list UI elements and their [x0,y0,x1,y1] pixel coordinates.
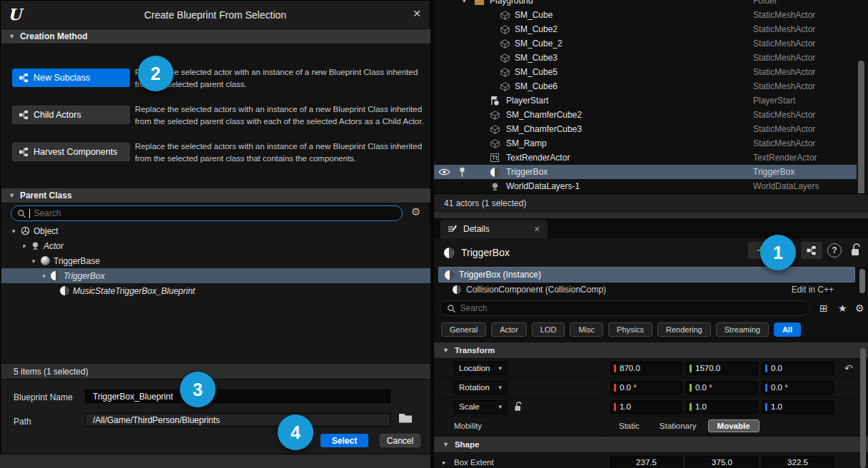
expander-icon[interactable]: ▾ [40,273,47,280]
mobility-stationary[interactable]: Stationary [651,420,705,432]
tree-item-actor[interactable]: ▾ Actor [1,238,430,253]
actor-name: WorldDataLayers-1 [506,181,580,191]
box-extent-z-field[interactable]: 322.5 [762,456,834,468]
filter-rendering[interactable]: Rendering [657,322,711,337]
outliner-row-smcube5[interactable]: SM_Cube5 StaticMeshActor [434,65,857,79]
outliner-row-smchamfercube2[interactable]: SM_ChamferCube2 StaticMeshActor [434,108,857,122]
help-button[interactable]: ? [827,243,842,258]
filter-misc[interactable]: Misc [570,322,603,337]
scale-dropdown[interactable]: Scale ▾ [454,400,507,414]
collision-component-icon [453,285,461,294]
parent-class-header[interactable]: ▼ Parent Class [1,188,430,203]
tree-item-musicstatetriggerbox[interactable]: MusicStateTriggerBox_Blueprint [1,283,430,298]
shape-section-header[interactable]: ▼ Shape [434,437,868,453]
new-subclass-button[interactable]: New Subclass [12,68,130,87]
tree-item-object[interactable]: ▾ Object [1,223,430,238]
location-dropdown[interactable]: Location ▾ [454,362,507,375]
blueprint-name-input[interactable]: TriggerBox_Blueprint [85,390,390,403]
filter-all[interactable]: All [774,322,801,337]
visibility-eye-icon[interactable] [438,168,450,176]
outliner-row-smchamfercube3[interactable]: SM_ChamferCube3 StaticMeshActor [434,122,857,136]
pin-icon[interactable] [458,167,466,178]
scale-y-field[interactable]: 1.0 [686,400,758,414]
creation-method-header[interactable]: ▼ Creation Method [1,29,430,44]
details-scrollbar[interactable] [860,348,866,468]
cancel-button[interactable]: Cancel [380,434,420,447]
filter-streaming[interactable]: Streaming [716,322,769,337]
expander-icon[interactable]: ▾ [463,0,466,4]
outliner-row-smcube[interactable]: SM_Cube StaticMeshActor [434,8,857,22]
location-z-field[interactable]: 0.0 [762,362,834,375]
edit-in-cpp-link[interactable]: Edit in C++ [792,285,834,295]
trigger-box-icon [51,271,60,280]
outliner-scrollbar[interactable] [858,61,864,193]
static-mesh-icon [500,68,510,77]
select-button[interactable]: Select [321,434,368,447]
scale-x-field[interactable]: 1.0 [610,400,682,414]
details-tab[interactable]: Details ✕ [440,220,547,238]
box-extent-x-field[interactable]: 237.5 [610,456,682,468]
box-extent-row: ▸ Box Extent 237.5 375.0 322.5 [434,453,862,468]
tab-close-icon[interactable]: ✕ [534,225,540,234]
harvest-components-button[interactable]: Harvest Components [12,143,130,161]
rotation-z-field[interactable]: 0.0 ° [762,381,834,395]
outliner-row-smramp[interactable]: SM_Ramp StaticMeshActor [434,136,857,151]
creation-method-label: Creation Method [20,31,88,41]
actor-name: TriggerBox [506,167,547,177]
rotation-y-field[interactable]: 0.0 ° [686,381,758,395]
editor-right-panel: ▾ Playground Folder SM_Cube StaticMeshAc… [434,0,868,468]
components-scrollbar[interactable] [859,269,865,293]
child-actors-button[interactable]: Child Actors [12,106,130,124]
lock-open-icon[interactable] [850,243,862,258]
instance-row[interactable]: TriggerBox (Instance) [438,267,855,283]
scale-lock-open-icon[interactable] [514,402,523,412]
browse-folder-button[interactable] [398,412,413,424]
scale-z-field[interactable]: 1.0 [762,400,834,414]
location-x-field[interactable]: 870.0 [610,362,682,375]
reset-to-default-icon[interactable]: ↶ [844,362,853,374]
outliner-row-smcube3[interactable]: SM_Cube3 StaticMeshActor [434,51,857,65]
rotation-x-field[interactable]: 0.0 ° [610,381,682,395]
expander-icon[interactable]: ▸ [443,459,446,466]
outliner-row-smcube2[interactable]: SM_Cube2 StaticMeshActor [434,22,857,36]
outliner-row-textrenderactor[interactable]: Tt TextRenderActor TextRenderActor [434,151,857,165]
transform-section-header[interactable]: ▼ Transform [434,342,868,359]
search-settings-gear-icon[interactable]: ⚙ [411,205,420,218]
outliner-row-triggerbox[interactable]: TriggerBox TriggerBox [434,165,857,179]
box-extent-label: Box Extent [454,458,494,467]
details-search-input[interactable] [460,303,803,313]
mobility-static[interactable]: Static [610,420,648,432]
path-input[interactable]: /All/Game/ThirdPerson/Blueprints [85,413,390,427]
rotation-dropdown[interactable]: Rotation ▾ [454,381,507,395]
details-search-field[interactable] [440,300,810,316]
location-y-field[interactable]: 1570.0 [686,362,758,375]
collision-component-row[interactable]: CollisionComponent (CollisionComp) Edit … [438,283,855,295]
expander-icon[interactable]: ▾ [30,258,37,265]
actor-name: SM_Cube5 [515,67,557,77]
static-mesh-icon [500,54,510,63]
mobility-movable[interactable]: Movable [708,419,760,432]
class-search-input[interactable] [34,208,396,218]
details-settings-gear-icon[interactable]: ⚙ [855,302,864,314]
outliner-row-playerstart[interactable]: PlayerStart PlayerStart [434,93,857,108]
display-options-icon[interactable]: ⊞ [819,302,828,314]
dialog-close-icon[interactable]: ✕ [409,8,425,22]
outliner-row-playground[interactable]: ▾ Playground Folder [434,0,857,8]
expander-icon[interactable]: ▾ [20,243,27,250]
filter-lod[interactable]: LOD [532,322,565,337]
box-extent-y-field[interactable]: 375.0 [686,456,758,468]
expander-icon[interactable]: ▾ [10,228,17,235]
outliner-row-smcube_2[interactable]: SM_Cube_2 StaticMeshActor [434,36,857,51]
outliner-row-worlddatalayers[interactable]: WorldDataLayers-1 WorldDataLayers [434,179,857,193]
filter-actor[interactable]: Actor [491,322,527,337]
tree-item-triggerbase[interactable]: ▾ TriggerBase [1,253,430,268]
outliner-row-smcube6[interactable]: SM_Cube6 StaticMeshActor [434,79,857,93]
child-actors-label: Child Actors [34,110,81,120]
filter-general[interactable]: General [441,322,486,337]
panel-splitter[interactable] [434,213,868,218]
open-blueprint-button[interactable] [801,242,822,259]
filter-physics[interactable]: Physics [608,322,652,337]
tree-item-triggerbox[interactable]: ▾ TriggerBox [1,268,430,283]
class-search-field[interactable] [11,205,403,221]
favorites-icon[interactable]: ★ [838,302,847,314]
